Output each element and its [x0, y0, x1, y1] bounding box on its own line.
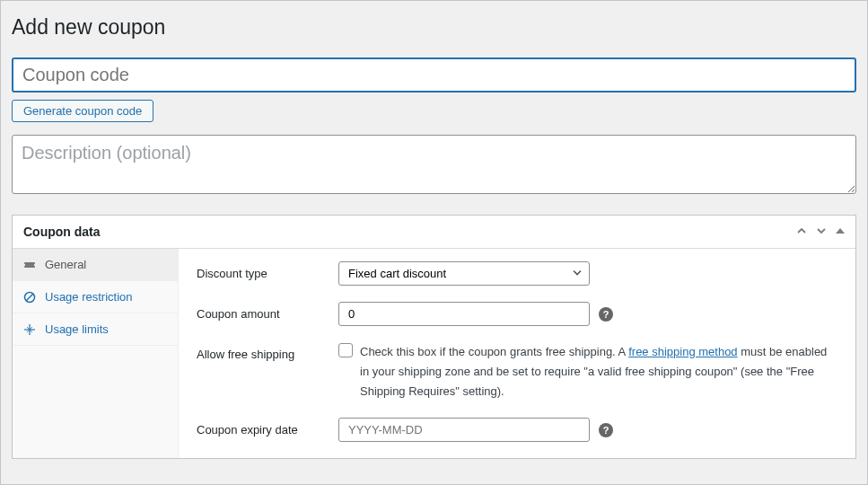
generate-coupon-button[interactable]: Generate coupon code — [12, 100, 153, 122]
sidebar-item-label: Usage limits — [45, 322, 109, 336]
sidebar-item-usage-limits[interactable]: Usage limits — [13, 313, 178, 346]
panel-controls — [796, 225, 845, 239]
content-area: Discount type Fixed cart discount — [179, 249, 855, 458]
free-shipping-method-link[interactable]: free shipping method — [628, 345, 737, 358]
sidebar: General Usage restriction Usage limits — [13, 249, 179, 458]
panel-body: General Usage restriction Usage limits — [13, 249, 855, 458]
expiry-date-row: Coupon expiry date ? — [197, 418, 837, 442]
free-shipping-description: Check this box if the coupon grants free… — [360, 342, 837, 401]
move-down-icon[interactable] — [816, 225, 827, 239]
discount-type-label: Discount type — [197, 261, 338, 280]
panel-title: Coupon data — [23, 225, 101, 239]
sidebar-item-label: Usage restriction — [45, 290, 133, 304]
free-shipping-checkbox[interactable] — [338, 343, 353, 357]
sidebar-item-label: General — [45, 258, 86, 271]
toggle-panel-icon[interactable] — [836, 225, 845, 238]
sidebar-item-general[interactable]: General — [13, 249, 178, 281]
coupon-amount-label: Coupon amount — [197, 302, 338, 321]
free-shipping-row: Allow free shipping Check this box if th… — [197, 342, 837, 401]
move-up-icon[interactable] — [796, 225, 807, 239]
coupon-data-panel: Coupon data General — [12, 215, 856, 459]
discount-type-select[interactable]: Fixed cart discount — [338, 261, 590, 286]
expiry-date-input[interactable] — [338, 418, 590, 442]
description-textarea[interactable] — [12, 135, 856, 194]
free-shipping-label: Allow free shipping — [197, 342, 338, 361]
svg-line-4 — [26, 294, 33, 301]
coupon-code-input[interactable] — [12, 57, 856, 93]
discount-type-row: Discount type Fixed cart discount — [197, 261, 837, 286]
sidebar-item-usage-restriction[interactable]: Usage restriction — [13, 281, 178, 313]
ticket-icon — [23, 259, 36, 271]
limits-icon — [23, 323, 36, 336]
page-title: Add new coupon — [12, 12, 856, 47]
svg-rect-0 — [24, 262, 35, 268]
restriction-icon — [23, 291, 36, 304]
coupon-amount-row: Coupon amount ? — [197, 302, 837, 326]
help-icon[interactable]: ? — [599, 423, 613, 437]
coupon-amount-input[interactable] — [338, 302, 590, 326]
expiry-date-label: Coupon expiry date — [197, 418, 338, 436]
panel-header: Coupon data — [13, 216, 855, 249]
help-icon[interactable]: ? — [599, 307, 613, 322]
